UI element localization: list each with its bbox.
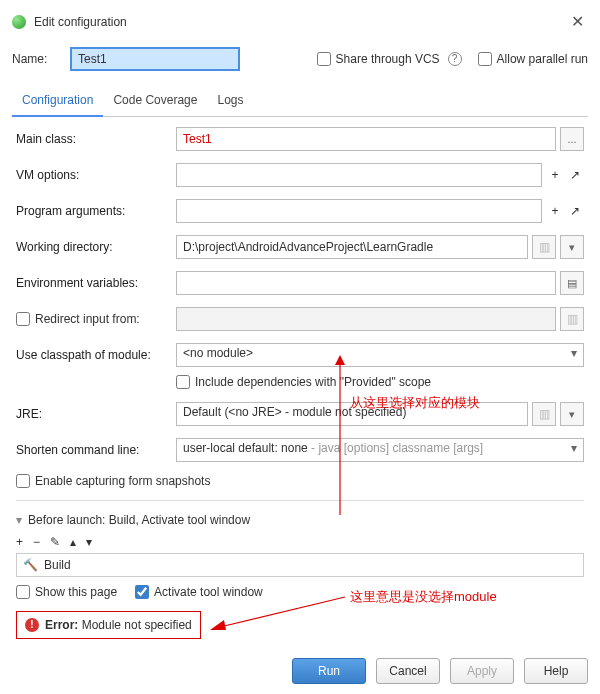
collapse-icon: ▾ <box>16 513 22 527</box>
share-vcs-box[interactable] <box>317 52 331 66</box>
include-deps-label: Include dependencies with "Provided" sco… <box>195 375 431 389</box>
vm-options-label: VM options: <box>16 168 176 182</box>
title-bar: Edit configuration ✕ <box>12 8 588 41</box>
classpath-select[interactable]: <no module>▾ <box>176 343 584 367</box>
shorten-value: user-local default: none <box>183 441 308 455</box>
jre-label: JRE: <box>16 407 176 421</box>
dropdown-icon[interactable]: ▾ <box>560 235 584 259</box>
allow-parallel-checkbox[interactable]: Allow parallel run <box>478 52 588 66</box>
apply-button: Apply <box>450 658 514 684</box>
error-message: Module not specified <box>78 618 191 632</box>
program-args-label: Program arguments: <box>16 204 176 218</box>
before-launch-title: Before launch: Build, Activate tool wind… <box>28 513 250 527</box>
chevron-down-icon: ▾ <box>571 441 577 455</box>
name-label: Name: <box>12 52 62 66</box>
before-launch-toolbar: + − ✎ ▴ ▾ <box>16 531 584 553</box>
divider <box>16 500 584 501</box>
shorten-hint: - java [options] classname [args] <box>308 441 483 455</box>
working-dir-label: Working directory: <box>16 240 176 254</box>
show-page-box[interactable] <box>16 585 30 599</box>
redirect-checkbox[interactable]: Redirect input from: <box>16 312 176 326</box>
tab-logs[interactable]: Logs <box>207 87 253 116</box>
shorten-label: Shorten command line: <box>16 443 176 457</box>
jre-folder-icon[interactable]: ▥ <box>532 402 556 426</box>
redirect-input <box>176 307 556 331</box>
hammer-icon: 🔨 <box>23 558 38 572</box>
tab-code-coverage[interactable]: Code Coverage <box>103 87 207 116</box>
redirect-box[interactable] <box>16 312 30 326</box>
jre-default: Default <box>183 405 221 419</box>
before-launch-header[interactable]: ▾ Before launch: Build, Activate tool wi… <box>16 509 584 531</box>
activate-window-box[interactable] <box>135 585 149 599</box>
redirect-label: Redirect input from: <box>35 312 140 326</box>
tab-configuration[interactable]: Configuration <box>12 87 103 117</box>
classpath-value: <no module> <box>183 346 253 360</box>
include-deps-checkbox[interactable]: Include dependencies with "Provided" sco… <box>176 375 431 389</box>
capture-checkbox[interactable]: Enable capturing form snapshots <box>16 474 210 488</box>
redirect-browse-icon[interactable]: ▥ <box>560 307 584 331</box>
shorten-select[interactable]: user-local default: none - java [options… <box>176 438 584 462</box>
env-vars-input[interactable] <box>176 271 556 295</box>
jre-hint: (<no JRE> - module not specified) <box>224 405 406 419</box>
capture-box[interactable] <box>16 474 30 488</box>
expand-icon[interactable]: ↗ <box>566 204 584 218</box>
allow-parallel-label: Allow parallel run <box>497 52 588 66</box>
main-class-label: Main class: <box>16 132 176 146</box>
button-bar: Run Cancel Apply Help <box>292 658 588 684</box>
tabs: Configuration Code Coverage Logs <box>12 87 588 117</box>
edit-icon[interactable]: ✎ <box>50 535 60 549</box>
include-deps-box[interactable] <box>176 375 190 389</box>
help-button[interactable]: Help <box>524 658 588 684</box>
share-vcs-label: Share through VCS <box>336 52 440 66</box>
error-icon: ! <box>25 618 39 632</box>
show-page-label: Show this page <box>35 585 117 599</box>
up-icon[interactable]: ▴ <box>70 535 76 549</box>
add-icon[interactable]: + <box>16 535 23 549</box>
activate-window-label: Activate tool window <box>154 585 263 599</box>
build-label: Build <box>44 558 71 572</box>
info-icon[interactable]: ? <box>448 52 462 66</box>
classpath-label: Use classpath of module: <box>16 348 176 362</box>
insert-icon[interactable]: + <box>546 204 564 218</box>
show-page-checkbox[interactable]: Show this page <box>16 585 117 599</box>
insert-icon[interactable]: + <box>546 168 564 182</box>
browse-main-class-button[interactable]: ... <box>560 127 584 151</box>
jre-select[interactable]: Default (<no JRE> - module not specified… <box>176 402 528 426</box>
env-vars-label: Environment variables: <box>16 276 176 290</box>
error-box: ! Error: Module not specified <box>16 611 201 639</box>
window-title: Edit configuration <box>34 15 567 29</box>
remove-icon[interactable]: − <box>33 535 40 549</box>
app-icon <box>12 15 26 29</box>
error-prefix: Error: <box>45 618 78 632</box>
program-args-input[interactable] <box>176 199 542 223</box>
allow-parallel-box[interactable] <box>478 52 492 66</box>
chevron-down-icon: ▾ <box>571 346 577 360</box>
main-class-input[interactable] <box>176 127 556 151</box>
capture-label: Enable capturing form snapshots <box>35 474 210 488</box>
close-icon[interactable]: ✕ <box>567 12 588 31</box>
vm-options-input[interactable] <box>176 163 542 187</box>
name-input[interactable] <box>70 47 240 71</box>
jre-dropdown-icon[interactable]: ▾ <box>560 402 584 426</box>
working-dir-input[interactable] <box>176 235 528 259</box>
env-browse-icon[interactable]: ▤ <box>560 271 584 295</box>
expand-icon[interactable]: ↗ <box>566 168 584 182</box>
folder-icon[interactable]: ▥ <box>532 235 556 259</box>
run-button[interactable]: Run <box>292 658 366 684</box>
cancel-button[interactable]: Cancel <box>376 658 440 684</box>
down-icon[interactable]: ▾ <box>86 535 92 549</box>
build-list-item[interactable]: 🔨 Build <box>16 553 584 577</box>
activate-window-checkbox[interactable]: Activate tool window <box>135 585 263 599</box>
share-vcs-checkbox[interactable]: Share through VCS <box>317 52 440 66</box>
